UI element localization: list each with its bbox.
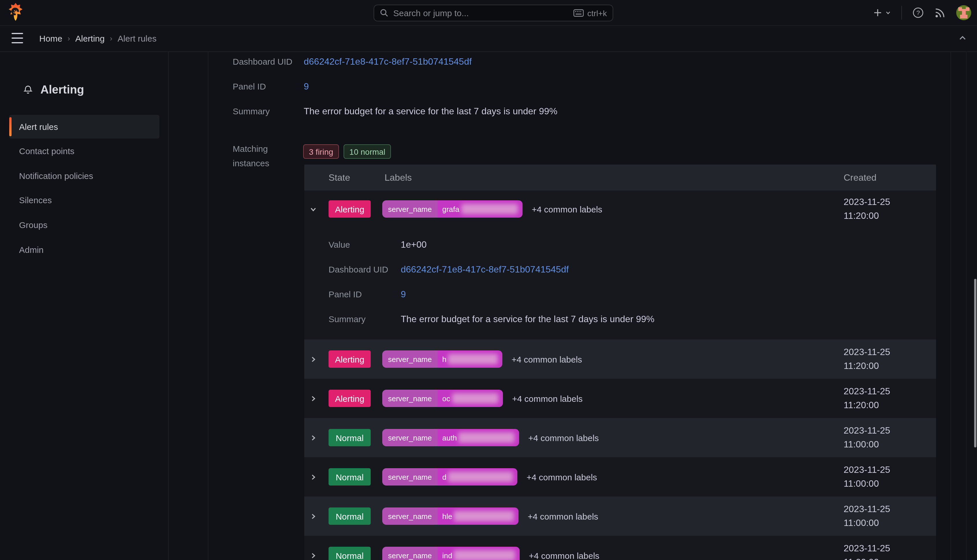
chevron-down-icon [885,10,891,16]
state-badge: Normal [328,547,371,560]
label-value: ind [442,551,452,560]
sidebar-item-label: Alert rules [19,122,58,132]
field-label: Dashboard UID [233,57,304,67]
label-key: server_name [382,507,438,525]
chevron-right-icon[interactable] [309,434,317,442]
common-labels-text: +4 common labels [512,393,583,403]
sidebar-item-groups[interactable]: Groups [19,219,47,231]
label-pill: server_nameoc [382,390,503,407]
matching-instances-label: Matching instances [233,142,269,170]
sidebar-item-silences[interactable]: Silences [19,195,52,206]
table-row: Alerting server_nameoc +4 common labels … [304,379,936,418]
page-scrollbar[interactable] [974,279,976,447]
label-pill: server_nameind [382,547,520,560]
dashboard-uid-link[interactable]: d66242cf-71e8-417c-8ef7-51b0741545df [304,57,472,67]
summary-text: The error budget for a service for the l… [304,106,557,117]
chevron-up-icon[interactable] [959,34,967,45]
breadcrumb-alerting[interactable]: Alerting [75,33,105,43]
table-row: Normal server_namehle +4 common labels 2… [304,497,936,536]
sidebar-item-contact-points[interactable]: Contact points [19,145,75,157]
field-dashboard-uid: Dashboard UID d66242cf-71e8-417c-8ef7-51… [233,57,472,67]
redaction-blur [458,432,514,443]
header-created: Created [844,165,877,190]
label-value: h [442,355,446,363]
state-badge: Alerting [328,200,371,218]
created-cell: 2023-11-2511:20:00 [844,379,890,418]
scroll-track-border [966,52,967,560]
table-row: Alerting server_nameh +4 common labels 2… [304,340,936,379]
user-avatar[interactable] [956,5,971,20]
table-row: Normal server_nameauth +4 common labels … [304,418,936,457]
common-labels-text: +4 common labels [528,511,598,521]
label-key: server_name [382,350,438,368]
sidebar: Alerting Alert rules Contact points Noti… [0,52,168,560]
news-rss-icon[interactable] [934,7,946,18]
table-row: Alerting server_name grafa +4 common lab… [304,190,936,340]
created-cell: 2023-11-2511:00:00 [844,457,890,497]
redaction-blur [454,550,515,560]
label-pill: server_nameauth [382,429,519,446]
redaction-blur [448,354,498,364]
redaction-blur [448,472,513,482]
grafana-app: Search or jump to... ctrl+k ? [0,0,977,560]
topbar-actions: ? [873,0,971,25]
detail-value: 1e+00 [401,240,427,250]
state-badge: Normal [328,429,371,446]
created-cell: 2023-11-2511:00:00 [844,497,890,536]
top-bar: Search or jump to... ctrl+k ? [0,0,977,26]
grafana-logo-icon[interactable] [9,3,23,23]
panel-id-link[interactable]: 9 [304,82,309,92]
sidebar-title: Alerting [40,83,84,96]
field-panel-id: Panel ID 9 [233,82,309,92]
label-pill: server_name grafa [382,200,523,218]
label-key: server_name [382,468,438,485]
new-button[interactable] [873,8,891,17]
detail-pane-left-border [208,52,208,560]
panel-id-link[interactable]: 9 [401,289,406,300]
matching-instances-table: State Labels Created Alerting server_nam… [304,165,936,560]
breadcrumb-bar: Home › Alerting › Alert rules [0,25,977,52]
sidebar-item-admin[interactable]: Admin [19,244,43,256]
detail-label: Summary [328,314,401,324]
label-key: server_name [382,200,438,218]
instance-details: Value1e+00 Dashboard UIDd66242cf-71e8-41… [328,240,655,339]
topbar-divider [901,6,902,20]
header-state: State [328,165,350,190]
state-badge: Normal [328,507,371,525]
state-badge: Normal [328,468,371,485]
chevron-right-icon[interactable] [309,473,317,481]
keyboard-icon [574,9,584,17]
normal-count-badge: 10 normal [343,144,391,159]
label-pill: server_namehle [382,507,519,525]
chevron-right-icon[interactable] [309,355,317,363]
chevron-down-icon[interactable] [309,205,317,213]
breadcrumb-alert-rules: Alert rules [117,33,157,43]
search-input[interactable]: Search or jump to... ctrl+k [373,5,613,22]
label-value: oc [442,394,450,403]
redaction-blur [461,204,518,214]
dashboard-uid-link[interactable]: d66242cf-71e8-417c-8ef7-51b0741545df [401,264,569,275]
sidebar-item-alert-rules[interactable]: Alert rules [9,115,159,138]
menu-icon[interactable] [12,33,23,43]
chevron-right-icon[interactable] [309,512,317,520]
sidebar-item-notification-policies[interactable]: Notification policies [19,170,93,182]
search-shortcut: ctrl+k [574,8,607,18]
search-placeholder: Search or jump to... [393,8,569,18]
svg-text:?: ? [916,9,920,17]
created-cell: 2023-11-2511:20:00 [844,340,890,379]
chevron-right-icon[interactable] [309,552,317,559]
label-value: d [442,473,446,481]
detail-label: Dashboard UID [328,264,401,274]
firing-count-badge: 3 firing [303,144,339,159]
detail-label: Value [328,240,401,249]
field-summary: Summary The error budget for a service f… [233,106,557,117]
common-labels-text: +4 common labels [512,354,582,364]
help-icon[interactable]: ? [912,7,924,18]
shortcut-label: ctrl+k [587,8,607,18]
header-labels: Labels [385,165,412,190]
label-value: hle [442,512,452,520]
chevron-right-icon[interactable] [309,395,317,402]
common-labels-text: +4 common labels [532,204,602,214]
breadcrumb-home[interactable]: Home [39,33,62,43]
sidebar-section-header: Alerting [23,82,84,98]
